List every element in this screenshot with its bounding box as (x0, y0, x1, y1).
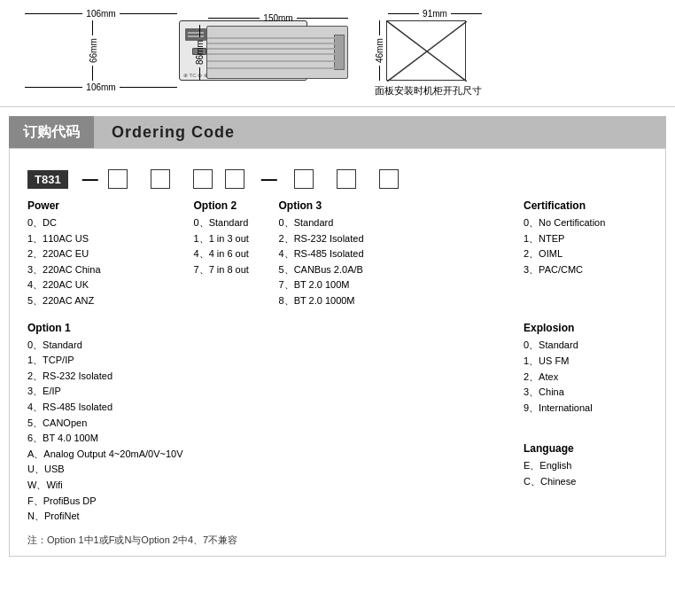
code-box-opt3 (225, 169, 244, 189)
opt3-item-7: 7、BT 2.0 100M (279, 277, 387, 293)
dim-width-front: 106mm (82, 9, 119, 19)
dim-height-side: 86mm (195, 37, 205, 67)
dim-width-front-bottom: 106mm (82, 82, 119, 92)
explosion-label: Explosion (524, 322, 648, 334)
opt2-item-0: 0、Standard (194, 215, 272, 231)
opt1-item-3: 3、E/IP (27, 384, 183, 400)
cert-item-0: 0、No Certification (524, 215, 648, 231)
opt1-item-f: F、ProfiBus DP (27, 494, 183, 510)
code-box-lang (294, 169, 314, 189)
opt2-item-1: 1、1 in 3 out (194, 231, 272, 247)
power-item-2: 2、220AC EU (27, 246, 183, 262)
power-item-1: 1、110AC US (27, 231, 183, 247)
ordering-header-chinese: 订购代码 (9, 116, 94, 148)
opt1-item-w: W、Wifi (27, 478, 183, 494)
mount-caption: 面板安装时机柜开孔尺寸 (375, 84, 482, 97)
opt3-item-5: 5、CANBus 2.0A/B (279, 262, 387, 278)
dash1: — (82, 170, 98, 189)
opt1-item-1: 1、TCP/IP (27, 353, 183, 369)
expl-item-0: 0、Standard (524, 338, 648, 354)
option3-label: Option 3 (279, 199, 387, 212)
mount-cutout-box (386, 20, 466, 81)
opt3-item-8: 8、BT 2.0 1000M (279, 293, 387, 309)
code-box-power (108, 169, 128, 189)
opt3-item-4: 4、RS-485 Isolated (279, 246, 387, 262)
expl-item-2: 2、Atex (524, 370, 648, 386)
opt2-item-4: 4、4 in 6 out (194, 246, 272, 262)
power-column: Power 0、DC 1、110AC US 2、220AC EU 3、220AC… (19, 199, 183, 525)
code-boxes-row: T831 — — (19, 162, 656, 192)
expl-item-1: 1、US FM (524, 354, 648, 370)
power-item-3: 3、220AC China (27, 262, 183, 278)
opt1-item-a: A、Analog Output 4~20mA/0V~10V (27, 447, 183, 463)
opt1-item-5: 5、CANOpen (27, 416, 183, 432)
cert-item-1: 1、NTEP (524, 231, 648, 247)
expl-item-9: 9、International (524, 401, 648, 417)
opt1-item-0: 0、Standard (27, 338, 183, 354)
dim-width-side: 150mm (260, 13, 296, 23)
opt1-item-u: U、USB (27, 462, 183, 478)
front-panel-diagram: 106mm 66mm (9, 9, 177, 92)
cert-item-3: 3、PAC/CMC (524, 262, 648, 278)
mount-diagram: 91mm 46mm 面板安装时机柜开孔尺寸 (375, 9, 482, 97)
option3-column: Option 3 0、Standard 2、RS-232 Isolated 4、… (272, 199, 387, 525)
ordering-note: 注：Option 1中1或F或N与Option 2中4、7不兼容 (19, 534, 656, 547)
code-box-opt1 (151, 169, 170, 189)
code-box-cert (379, 169, 399, 189)
opt3-item-2: 2、RS-232 Isolated (279, 231, 387, 247)
opt3-item-0: 0、Standard (279, 215, 387, 231)
options-grid: Power 0、DC 1、110AC US 2、220AC EU 3、220AC… (19, 192, 656, 525)
ordering-header-english: Ordering Code (94, 116, 666, 148)
opt1-item-4: 4、RS-485 Isolated (27, 400, 183, 416)
right-columns: Certification 0、No Certification 1、NTEP … (524, 199, 656, 525)
lang-item-c: C、Chinese (524, 474, 648, 490)
dim-height-front: 66mm (89, 35, 98, 66)
opt1-item-2: 2、RS-232 Isolated (27, 369, 183, 385)
opt1-item-n: N、ProfiNet (27, 509, 183, 525)
code-box-expl (337, 169, 356, 189)
option2-column: Option 2 0、Standard 1、1 in 3 out 4、4 in … (183, 199, 272, 525)
ordering-section: 订购代码 Ordering Code T831 — — (9, 116, 666, 557)
ordering-header: 订购代码 Ordering Code (9, 116, 666, 148)
power-label: Power (27, 199, 183, 212)
dim-width-mount: 91mm (419, 9, 451, 19)
option1-label: Option 1 (27, 322, 183, 334)
lang-item-e: E、English (524, 458, 648, 474)
opt1-item-6: 6、BT 4.0 100M (27, 431, 183, 447)
option2-label: Option 2 (194, 199, 272, 212)
power-item-0: 0、DC (27, 215, 183, 231)
side-profile-diagram: 150mm 86mm (195, 13, 348, 80)
dim-height-mount: 46mm (375, 35, 384, 66)
side-profile-box (206, 26, 348, 79)
code-diagram: T831 — — Power 0、DC 1、110AC US (9, 148, 666, 557)
diagrams-section: 106mm 66mm (0, 0, 675, 107)
power-item-5: 5、220AC ANZ (27, 293, 183, 309)
opt2-item-7: 7、7 in 8 out (194, 262, 272, 278)
code-box-opt2 (193, 169, 213, 189)
certification-label: Certification (524, 199, 648, 212)
expl-item-3: 3、China (524, 385, 648, 401)
model-tag: T831 (27, 170, 68, 189)
cert-item-2: 2、OIML (524, 246, 648, 262)
power-item-4: 4、220AC UK (27, 277, 183, 293)
language-label: Language (524, 442, 648, 455)
dash2: — (261, 170, 277, 189)
